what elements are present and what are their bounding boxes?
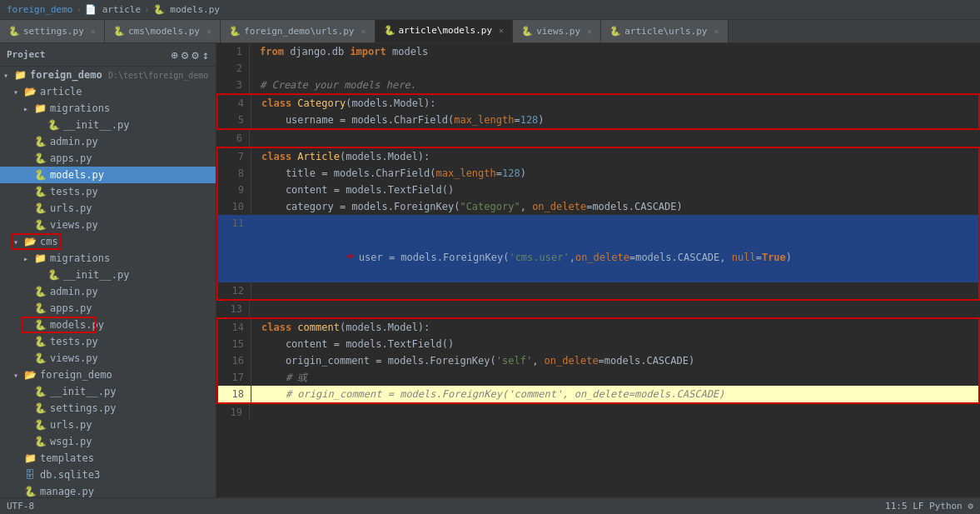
py-icon: 🐍: [33, 385, 47, 398]
folder-icon: 📁: [33, 252, 47, 265]
code-line: 5 username = models.CharField(max_length…: [216, 112, 980, 130]
tab-close-icon[interactable]: ✕: [587, 27, 592, 36]
breadcrumb-item[interactable]: foreign_demo: [7, 4, 72, 15]
breadcrumb-item[interactable]: 📄 article: [85, 4, 141, 15]
tab-settings[interactable]: 🐍 settings.py ✕: [0, 20, 105, 42]
tab-cms-models[interactable]: 🐍 cms\models.py ✕: [105, 20, 221, 42]
breadcrumb-item[interactable]: 🐍 models.py: [153, 4, 220, 15]
tab-close-icon[interactable]: ✕: [91, 27, 96, 36]
tree-arrow-icon: ▾: [3, 71, 13, 80]
sidebar-item-fd-pkg[interactable]: ▾ 📂 foreign_demo: [0, 367, 216, 383]
tabs-bar: 🐍 settings.py ✕ 🐍 cms\models.py ✕ 🐍 fore…: [0, 20, 980, 43]
sidebar-icons: ⊕ ⚙ ⚙ ↕: [171, 48, 209, 62]
tab-close-icon[interactable]: ✕: [206, 27, 211, 36]
code-line: 15 content = models.TextField(): [216, 336, 980, 352]
tab-article-models[interactable]: 🐍 article\models.py ✕: [376, 20, 514, 42]
tab-fd-urls[interactable]: 🐍 foreign_demo\urls.py ✕: [221, 20, 375, 42]
sidebar-item-db[interactable]: 🗄 db.sqlite3: [0, 467, 216, 483]
sidebar-item-cms-apps[interactable]: 🐍 apps.py: [0, 300, 216, 317]
py-icon: 🐍: [33, 218, 47, 232]
code-line: 14 class comment(models.Model):: [216, 317, 980, 336]
sidebar-item-cms-migrations[interactable]: ▸ 📁 migrations: [0, 250, 216, 267]
sidebar-item-fd-wsgi[interactable]: 🐍 wsgi.py: [0, 433, 216, 450]
status-right: 11:5 LF Python ⚙: [885, 501, 973, 512]
folder-icon: 📂: [23, 368, 37, 382]
folder-icon: 📁: [33, 102, 47, 115]
code-editor: 1 from django.db import models 2 3 # Cre…: [216, 43, 980, 497]
sidebar-item-apps[interactable]: 🐍 apps.py: [0, 150, 216, 167]
sidebar-item-fd-settings[interactable]: 🐍 settings.py: [0, 400, 216, 417]
sidebar-item-cms-init[interactable]: 🐍 __init__.py: [0, 267, 216, 283]
tree-arrow-icon: ▸: [23, 104, 33, 113]
breadcrumb: foreign_demo › 📄 article › 🐍 models.py: [0, 0, 980, 20]
sidebar-item-fd-urls[interactable]: 🐍 urls.py: [0, 417, 216, 433]
sidebar-item-cms-tests[interactable]: 🐍 tests.py: [0, 333, 216, 350]
code-line: 17 # 或: [216, 369, 980, 386]
code-line: 7 class Article(models.Model):: [216, 147, 980, 165]
sidebar-item-models-article[interactable]: 🐍 models.py: [0, 167, 216, 183]
status-text: UTF-8: [7, 501, 34, 512]
py-icon: 🐍: [33, 318, 47, 332]
code-line-arrow: 11 ➜user = models.ForeignKey('cms.user',…: [216, 215, 980, 282]
tab-views[interactable]: 🐍 views.py ✕: [513, 20, 601, 42]
py-icon: 🐍: [33, 285, 47, 298]
tab-article-urls[interactable]: 🐍 article\urls.py ✕: [601, 20, 728, 42]
sidebar-item-migrations[interactable]: ▸ 📁 migrations: [0, 100, 216, 117]
sidebar-item-tests[interactable]: 🐍 tests.py: [0, 183, 216, 200]
sidebar-icon-4[interactable]: ↕: [202, 48, 209, 62]
code-line: 8 title = models.CharField(max_length=12…: [216, 165, 980, 182]
py-icon: 🐍: [33, 352, 47, 365]
py-icon: 🐍: [33, 152, 47, 165]
project-icon: 📁: [13, 68, 27, 82]
sidebar-item-manage[interactable]: 🐍 manage.py: [0, 483, 216, 497]
py-icon: 🐍: [47, 268, 60, 282]
code-lines: 1 from django.db import models 2 3 # Cre…: [216, 43, 980, 421]
sidebar-tree: ▾ 📁 foreign_demo D:\test\foreign_demo ▾ …: [0, 67, 216, 497]
code-line: 9 content = models.TextField(): [216, 182, 980, 198]
tree-arrow-icon: ▾: [13, 371, 23, 380]
py-icon: 🐍: [33, 335, 47, 348]
sidebar-item-init[interactable]: 🐍 __init__.py: [0, 117, 216, 133]
tree-arrow-icon: ▾: [13, 237, 23, 247]
sidebar-item-cms-views[interactable]: 🐍 views.py: [0, 350, 216, 367]
code-line: 13: [216, 301, 980, 317]
sidebar-item-cms-models[interactable]: 🐍 models.py: [0, 317, 216, 333]
sidebar-item-templates[interactable]: 📁 templates: [0, 450, 216, 467]
sidebar-item-fd-init[interactable]: 🐍 __init__.py: [0, 383, 216, 400]
sidebar-item-cms-admin[interactable]: 🐍 admin.py: [0, 283, 216, 300]
tab-close-icon[interactable]: ✕: [499, 26, 504, 35]
code-line: 1 from django.db import models: [216, 43, 980, 60]
tab-close-icon[interactable]: ✕: [361, 27, 366, 36]
sidebar-item-urls[interactable]: 🐍 urls.py: [0, 200, 216, 217]
sidebar-item-cms[interactable]: ▾ 📂 cms: [0, 233, 216, 250]
folder-icon: 📁: [23, 452, 37, 465]
py-icon: 🐍: [33, 435, 47, 448]
code-line: 10 category = models.ForeignKey("Categor…: [216, 198, 980, 215]
folder-icon: 📂: [23, 85, 37, 98]
sidebar-item-views[interactable]: 🐍 views.py: [0, 217, 216, 233]
code-line: 2: [216, 60, 980, 77]
code-line: 4 class Category(models.Model):: [216, 93, 980, 112]
code-content[interactable]: 1 from django.db import models 2 3 # Cre…: [216, 43, 980, 497]
py-icon: 🐍: [33, 135, 47, 148]
tab-close-icon[interactable]: ✕: [714, 27, 719, 36]
sidebar-item-article[interactable]: ▾ 📂 article: [0, 83, 216, 100]
py-icon: 🐍: [33, 168, 47, 182]
folder-icon: 📂: [23, 235, 37, 248]
code-line: 19: [216, 404, 980, 421]
sidebar-icon-1[interactable]: ⊕: [171, 48, 177, 62]
sidebar: Project ⊕ ⚙ ⚙ ↕ ▾ 📁 foreign_demo D:\test…: [0, 43, 216, 497]
py-icon: 🐍: [33, 185, 47, 198]
code-line: 3 # Create your models here.: [216, 77, 980, 93]
db-icon: 🗄: [23, 468, 37, 482]
code-line: 6: [216, 130, 980, 147]
sidebar-icon-3[interactable]: ⚙: [192, 48, 198, 62]
sidebar-title: Project: [7, 49, 171, 60]
tree-arrow-icon: ▸: [23, 254, 33, 263]
code-line: 16 origin_comment = models.ForeignKey('s…: [216, 352, 980, 369]
tree-arrow-icon: ▾: [13, 87, 23, 97]
sidebar-item-admin[interactable]: 🐍 admin.py: [0, 133, 216, 150]
sidebar-icon-2[interactable]: ⚙: [182, 48, 188, 62]
sidebar-item-foreign-demo-root[interactable]: ▾ 📁 foreign_demo D:\test\foreign_demo: [0, 67, 216, 83]
py-icon: 🐍: [23, 485, 37, 497]
